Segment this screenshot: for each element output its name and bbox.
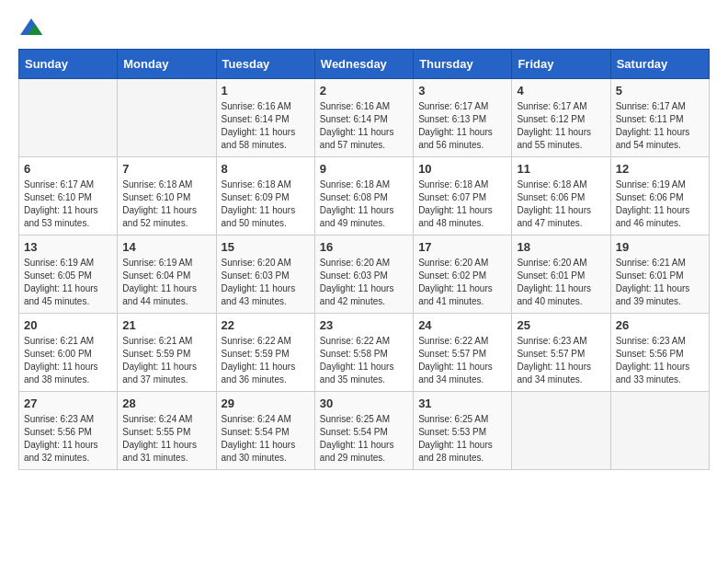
calendar-cell: 5Sunrise: 6:17 AMSunset: 6:11 PMDaylight… — [610, 79, 709, 157]
day-number: 22 — [222, 318, 310, 332]
weekday-header-row: SundayMondayTuesdayWednesdayThursdayFrid… — [19, 50, 710, 79]
day-number: 30 — [320, 396, 408, 410]
calendar-cell: 29Sunrise: 6:24 AMSunset: 5:54 PMDayligh… — [216, 392, 314, 470]
calendar-cell: 10Sunrise: 6:18 AMSunset: 6:07 PMDayligh… — [414, 157, 512, 236]
calendar-cell: 22Sunrise: 6:22 AMSunset: 5:59 PMDayligh… — [216, 314, 314, 392]
day-number: 4 — [517, 84, 605, 98]
day-info: Sunrise: 6:22 AMSunset: 5:58 PMDaylight:… — [320, 335, 408, 386]
weekday-tuesday: Tuesday — [216, 50, 314, 79]
day-number: 7 — [122, 162, 210, 176]
day-info: Sunrise: 6:18 AMSunset: 6:10 PMDaylight:… — [122, 178, 210, 230]
day-info: Sunrise: 6:20 AMSunset: 6:03 PMDaylight:… — [222, 257, 310, 308]
calendar-cell: 30Sunrise: 6:25 AMSunset: 5:54 PMDayligh… — [314, 392, 413, 470]
calendar: SundayMondayTuesdayWednesdayThursdayFrid… — [18, 49, 710, 470]
calendar-cell: 13Sunrise: 6:19 AMSunset: 6:05 PMDayligh… — [19, 236, 118, 314]
calendar-cell: 27Sunrise: 6:23 AMSunset: 5:56 PMDayligh… — [19, 392, 118, 470]
calendar-week-1: 1Sunrise: 6:16 AMSunset: 6:14 PMDaylight… — [19, 79, 710, 157]
day-number: 19 — [616, 240, 704, 254]
day-info: Sunrise: 6:21 AMSunset: 6:00 PMDaylight:… — [24, 335, 112, 386]
day-info: Sunrise: 6:17 AMSunset: 6:11 PMDaylight:… — [616, 100, 704, 152]
day-info: Sunrise: 6:19 AMSunset: 6:04 PMDaylight:… — [122, 257, 210, 308]
day-info: Sunrise: 6:23 AMSunset: 5:57 PMDaylight:… — [517, 335, 605, 386]
day-info: Sunrise: 6:20 AMSunset: 6:02 PMDaylight:… — [418, 257, 506, 308]
day-number: 20 — [24, 318, 112, 332]
weekday-monday: Monday — [118, 50, 216, 79]
calendar-cell: 1Sunrise: 6:16 AMSunset: 6:14 PMDaylight… — [216, 79, 314, 157]
calendar-cell: 23Sunrise: 6:22 AMSunset: 5:58 PMDayligh… — [314, 314, 413, 392]
calendar-cell — [610, 392, 709, 470]
weekday-friday: Friday — [512, 50, 610, 79]
day-info: Sunrise: 6:24 AMSunset: 5:54 PMDaylight:… — [222, 413, 310, 465]
calendar-cell: 31Sunrise: 6:25 AMSunset: 5:53 PMDayligh… — [414, 392, 512, 470]
day-info: Sunrise: 6:25 AMSunset: 5:53 PMDaylight:… — [418, 413, 506, 465]
weekday-wednesday: Wednesday — [314, 50, 413, 79]
day-number: 15 — [222, 240, 310, 254]
day-info: Sunrise: 6:19 AMSunset: 6:05 PMDaylight:… — [24, 257, 112, 308]
day-number: 23 — [320, 318, 408, 332]
logo-icon — [20, 18, 42, 35]
day-info: Sunrise: 6:17 AMSunset: 6:13 PMDaylight:… — [418, 100, 506, 152]
calendar-cell: 7Sunrise: 6:18 AMSunset: 6:10 PMDaylight… — [118, 157, 216, 236]
day-info: Sunrise: 6:22 AMSunset: 5:59 PMDaylight:… — [222, 335, 310, 386]
day-number: 8 — [222, 162, 310, 176]
calendar-cell: 9Sunrise: 6:18 AMSunset: 6:08 PMDaylight… — [314, 157, 413, 236]
calendar-cell: 18Sunrise: 6:20 AMSunset: 6:01 PMDayligh… — [512, 236, 610, 314]
calendar-cell: 12Sunrise: 6:19 AMSunset: 6:06 PMDayligh… — [610, 157, 709, 236]
calendar-cell: 24Sunrise: 6:22 AMSunset: 5:57 PMDayligh… — [414, 314, 512, 392]
calendar-header: SundayMondayTuesdayWednesdayThursdayFrid… — [19, 50, 710, 79]
calendar-cell: 6Sunrise: 6:17 AMSunset: 6:10 PMDaylight… — [19, 157, 118, 236]
calendar-week-3: 13Sunrise: 6:19 AMSunset: 6:05 PMDayligh… — [19, 236, 710, 314]
day-info: Sunrise: 6:17 AMSunset: 6:10 PMDaylight:… — [24, 178, 112, 230]
day-number: 2 — [320, 84, 408, 98]
calendar-cell: 19Sunrise: 6:21 AMSunset: 6:01 PMDayligh… — [610, 236, 709, 314]
page-header — [18, 18, 710, 40]
calendar-cell — [512, 392, 610, 470]
day-info: Sunrise: 6:25 AMSunset: 5:54 PMDaylight:… — [320, 413, 408, 465]
day-number: 27 — [24, 396, 112, 410]
day-info: Sunrise: 6:24 AMSunset: 5:55 PMDaylight:… — [122, 413, 210, 465]
day-number: 17 — [418, 240, 506, 254]
day-number: 12 — [616, 162, 704, 176]
day-info: Sunrise: 6:23 AMSunset: 5:56 PMDaylight:… — [24, 413, 112, 465]
day-number: 16 — [320, 240, 408, 254]
day-number: 9 — [320, 162, 408, 176]
calendar-cell: 11Sunrise: 6:18 AMSunset: 6:06 PMDayligh… — [512, 157, 610, 236]
day-info: Sunrise: 6:21 AMSunset: 6:01 PMDaylight:… — [616, 257, 704, 308]
calendar-week-2: 6Sunrise: 6:17 AMSunset: 6:10 PMDaylight… — [19, 157, 710, 236]
day-number: 14 — [122, 240, 210, 254]
calendar-cell: 2Sunrise: 6:16 AMSunset: 6:14 PMDaylight… — [314, 79, 413, 157]
day-info: Sunrise: 6:18 AMSunset: 6:06 PMDaylight:… — [517, 178, 605, 230]
day-info: Sunrise: 6:18 AMSunset: 6:07 PMDaylight:… — [418, 178, 506, 230]
day-info: Sunrise: 6:21 AMSunset: 5:59 PMDaylight:… — [122, 335, 210, 386]
day-number: 13 — [24, 240, 112, 254]
calendar-cell: 25Sunrise: 6:23 AMSunset: 5:57 PMDayligh… — [512, 314, 610, 392]
calendar-cell — [19, 79, 118, 157]
calendar-cell: 14Sunrise: 6:19 AMSunset: 6:04 PMDayligh… — [118, 236, 216, 314]
day-info: Sunrise: 6:17 AMSunset: 6:12 PMDaylight:… — [517, 100, 605, 152]
day-info: Sunrise: 6:22 AMSunset: 5:57 PMDaylight:… — [418, 335, 506, 386]
day-number: 24 — [418, 318, 506, 332]
day-number: 21 — [122, 318, 210, 332]
day-number: 10 — [418, 162, 506, 176]
calendar-body: 1Sunrise: 6:16 AMSunset: 6:14 PMDaylight… — [19, 79, 710, 470]
day-number: 28 — [122, 396, 210, 410]
day-number: 25 — [517, 318, 605, 332]
day-number: 5 — [616, 84, 704, 98]
calendar-week-5: 27Sunrise: 6:23 AMSunset: 5:56 PMDayligh… — [19, 392, 710, 470]
day-number: 6 — [24, 162, 112, 176]
calendar-cell: 15Sunrise: 6:20 AMSunset: 6:03 PMDayligh… — [216, 236, 314, 314]
weekday-sunday: Sunday — [19, 50, 118, 79]
weekday-thursday: Thursday — [414, 50, 512, 79]
logo — [18, 18, 44, 40]
day-number: 31 — [418, 396, 506, 410]
calendar-cell: 16Sunrise: 6:20 AMSunset: 6:03 PMDayligh… — [314, 236, 413, 314]
calendar-cell: 3Sunrise: 6:17 AMSunset: 6:13 PMDaylight… — [414, 79, 512, 157]
calendar-cell: 8Sunrise: 6:18 AMSunset: 6:09 PMDaylight… — [216, 157, 314, 236]
day-info: Sunrise: 6:20 AMSunset: 6:01 PMDaylight:… — [517, 257, 605, 308]
day-number: 18 — [517, 240, 605, 254]
day-info: Sunrise: 6:19 AMSunset: 6:06 PMDaylight:… — [616, 178, 704, 230]
day-number: 3 — [418, 84, 506, 98]
day-info: Sunrise: 6:16 AMSunset: 6:14 PMDaylight:… — [222, 100, 310, 152]
calendar-cell: 17Sunrise: 6:20 AMSunset: 6:02 PMDayligh… — [414, 236, 512, 314]
day-number: 26 — [616, 318, 704, 332]
